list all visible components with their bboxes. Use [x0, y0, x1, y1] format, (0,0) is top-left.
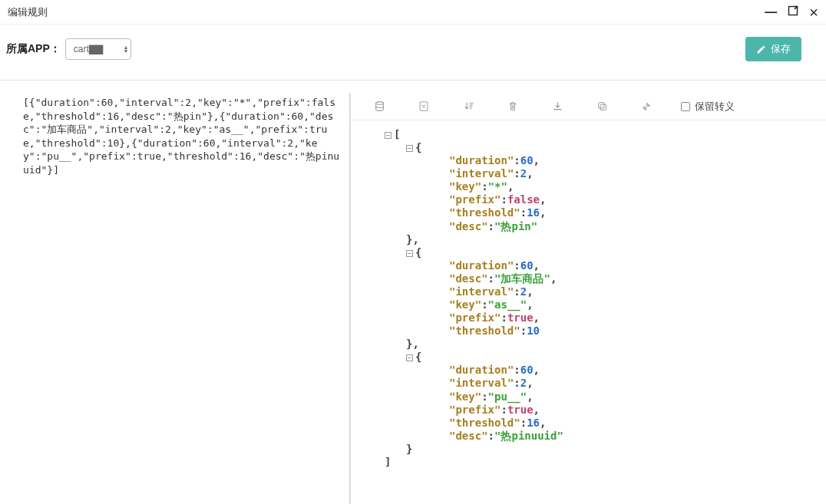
download-icon[interactable] [552, 101, 563, 112]
window-controls: — × [765, 5, 818, 20]
json-toolbar: 保留转义 [351, 93, 826, 120]
raw-json-text[interactable]: [{"duration":60,"interval":2,"key":"*","… [23, 96, 342, 176]
select-arrows-icon: ▴▾ [124, 45, 127, 53]
app-label: 所属APP： [6, 42, 61, 56]
svg-rect-4 [600, 104, 606, 110]
database-icon[interactable] [374, 101, 385, 112]
sort-desc-icon[interactable] [463, 101, 474, 112]
svg-point-1 [375, 102, 383, 105]
collapse-icon[interactable] [641, 101, 652, 112]
app-select[interactable]: cart▇▇ ▴▾ [65, 38, 131, 60]
window-titlebar: 编辑规则 — × [0, 0, 826, 25]
checkbox-icon [681, 102, 690, 111]
app-select-value: cart▇▇ [74, 44, 103, 54]
main-split: [{"duration":60,"interval":2,"key":"*","… [0, 81, 826, 504]
collapse-toggle[interactable]: − [406, 354, 413, 361]
trash-icon[interactable] [507, 101, 518, 112]
save-button-label: 保存 [771, 42, 791, 56]
close-icon[interactable]: × [809, 5, 818, 20]
header-row: 所属APP： cart▇▇ ▴▾ 保存 [0, 25, 826, 81]
copy-icon[interactable] [596, 101, 607, 112]
minimize-icon[interactable]: — [765, 6, 777, 18]
collapse-toggle[interactable]: − [406, 145, 413, 152]
file-x-icon[interactable] [418, 101, 429, 112]
json-viewer[interactable]: −[ −{ "duration":60, "interval":2, "key"… [351, 120, 826, 504]
edit-icon [756, 44, 766, 54]
raw-json-pane: [{"duration":60,"interval":2,"key":"*","… [9, 93, 350, 504]
preserve-escape-toggle[interactable]: 保留转义 [681, 100, 735, 114]
collapse-toggle[interactable]: − [385, 132, 392, 139]
formatted-json-pane: 保留转义 −[ −{ "duration":60, "interval":2, … [350, 93, 826, 504]
preserve-escape-label: 保留转义 [695, 100, 735, 114]
save-button[interactable]: 保存 [745, 37, 801, 61]
svg-rect-3 [598, 103, 603, 108]
window-title: 编辑规则 [8, 5, 48, 19]
collapse-toggle[interactable]: − [406, 250, 413, 257]
maximize-icon[interactable] [788, 5, 798, 18]
